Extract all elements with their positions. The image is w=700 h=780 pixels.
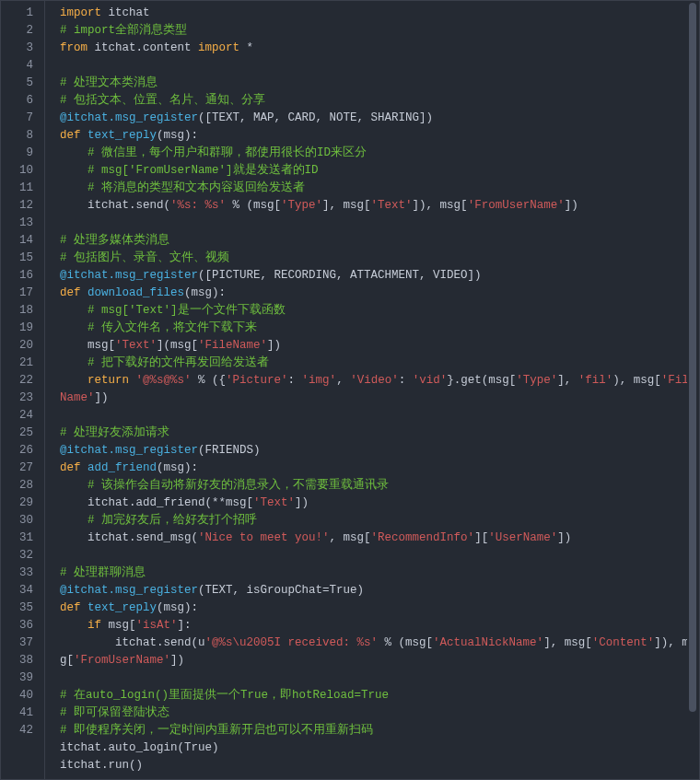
token-p: ][ [474, 531, 488, 544]
code-line: # 包括文本、位置、名片、通知、分享 [60, 92, 699, 110]
token-str: 'Picture' [226, 374, 288, 387]
line-number: 22 [1, 372, 44, 390]
token-str: 'Type' [281, 199, 322, 212]
token-p: itchat.content [88, 41, 198, 54]
token-p: , [336, 374, 350, 387]
line-number: 38 [1, 652, 44, 669]
code-line: itchat.send(u'@%s\u2005I received: %s' %… [60, 634, 699, 669]
code-line: msg['Text'](msg['FileName']) [60, 337, 699, 355]
line-number: 20 [1, 337, 44, 355]
code-line: # 即使程序关闭，一定时间内重新开启也可以不用重新扫码 [60, 722, 699, 739]
token-fn: text_reply [88, 601, 157, 614]
token-cm: # 将消息的类型和文本内容返回给发送者 [88, 181, 305, 194]
code-line: # 处理群聊消息 [60, 565, 699, 582]
code-line: # 微信里，每个用户和群聊，都使用很长的ID来区分 [60, 145, 699, 162]
token-p: * [239, 41, 253, 54]
token-cm: # 传入文件名，将文件下载下来 [88, 321, 257, 334]
token-p [60, 321, 88, 334]
code-area[interactable]: import itchat# import全部消息类型from itchat.c… [45, 1, 699, 779]
token-str: 'Content' [592, 636, 655, 649]
line-number: 9 [1, 145, 44, 162]
token-p: ]) [565, 199, 578, 212]
code-line: @itchat.msg_register([TEXT, MAP, CARD, N… [60, 110, 699, 127]
line-number: 16 [1, 267, 44, 285]
line-number: 36 [1, 617, 44, 634]
line-number-gutter: 1234567891011121314151617181920212223242… [1, 1, 45, 779]
token-p [81, 129, 88, 142]
line-number: 3 [1, 40, 44, 57]
line-number: 10 [1, 162, 44, 180]
token-p: ]) [267, 339, 281, 352]
token-str: '@%s@%s' [136, 374, 192, 387]
code-line: # msg['FromUserName']就是发送者的ID [60, 162, 699, 180]
token-p: ], [557, 374, 578, 387]
line-number: 1 [1, 5, 44, 22]
line-number: 2 [1, 22, 44, 40]
token-cm: # 即使程序关闭，一定时间内重新开启也可以不用重新扫码 [60, 724, 373, 737]
line-number: 29 [1, 495, 44, 512]
token-cm: # msg['FromUserName']就是发送者的ID [88, 164, 319, 177]
line-number: 14 [1, 232, 44, 250]
token-str: 'RecommendInfo' [371, 531, 475, 544]
token-p: (FRIENDS) [198, 444, 261, 457]
token-p: itchat.add_friend(**msg[ [60, 496, 253, 509]
token-p: : [399, 374, 413, 387]
line-number: 37 [1, 634, 44, 652]
token-str: 'FromUserName' [468, 199, 565, 212]
line-number: 19 [1, 320, 44, 337]
token-str: '@%s\u2005I received: %s' [205, 636, 379, 649]
code-line: import itchat [60, 5, 699, 22]
token-p: msg[ [101, 619, 136, 632]
code-line: itchat.add_friend(**msg['Text']) [60, 495, 699, 512]
line-number: 33 [1, 565, 44, 582]
token-str: 'Type' [516, 374, 557, 387]
token-cm: # 加完好友后，给好友打个招呼 [88, 514, 257, 527]
line-number: 13 [1, 215, 44, 232]
token-p [60, 356, 88, 369]
token-str: 'fil' [578, 374, 613, 387]
code-line: @itchat.msg_register(FRIENDS) [60, 442, 699, 460]
token-p: itchat [101, 6, 150, 19]
code-line: return '@%s@%s' % ({'Picture': 'img', 'V… [60, 372, 699, 407]
token-str: 'Text' [115, 339, 157, 352]
token-str: 'Text' [371, 199, 413, 212]
token-cm: # 包括图片、录音、文件、视频 [60, 251, 229, 264]
token-kw: import [198, 41, 239, 54]
token-p: ]: [178, 619, 192, 632]
token-p: (msg): [157, 601, 198, 614]
token-cm: # msg['Text']是一个文件下载函数 [88, 304, 286, 317]
code-line: # 该操作会自动将新好友的消息录入，不需要重载通讯录 [60, 477, 699, 495]
line-number [1, 757, 44, 774]
code-line: # msg['Text']是一个文件下载函数 [60, 302, 699, 320]
code-line: if msg['isAt']: [60, 617, 699, 634]
token-kw: def [60, 286, 81, 299]
token-str: 'Nice to meet you!' [198, 531, 330, 544]
token-p: % (msg[ [226, 199, 281, 212]
code-line: # 处理文本类消息 [60, 75, 699, 92]
token-str: 'UserName' [488, 531, 557, 544]
token-p [60, 181, 88, 194]
token-kw: def [60, 461, 81, 474]
vertical-scrollbar[interactable] [687, 2, 698, 778]
line-number: 8 [1, 127, 44, 145]
token-p: (TEXT, isGroupChat=True) [198, 584, 364, 597]
token-p: ]) [295, 496, 309, 509]
line-number: 40 [1, 687, 44, 704]
line-number: 42 [1, 722, 44, 739]
token-cm: # import全部消息类型 [60, 24, 187, 37]
token-cm: # 处理群聊消息 [60, 566, 146, 579]
code-line: # 处理好友添加请求 [60, 425, 699, 442]
token-cm: # 处理好友添加请求 [60, 426, 169, 439]
code-line: # 把下载好的文件再发回给发送者 [60, 355, 699, 372]
token-fn: text_reply [88, 129, 157, 142]
line-number: 17 [1, 285, 44, 302]
token-p: ], msg[ [543, 636, 592, 649]
token-cm: # 处理文本类消息 [60, 76, 158, 89]
token-p: msg[ [60, 339, 115, 352]
token-p: : [288, 374, 302, 387]
token-p: ]) [95, 391, 109, 404]
token-str: 'ActualNickName' [433, 636, 543, 649]
token-str: 'FileName' [198, 339, 267, 352]
line-number: 30 [1, 512, 44, 530]
scrollbar-thumb[interactable] [689, 3, 696, 712]
